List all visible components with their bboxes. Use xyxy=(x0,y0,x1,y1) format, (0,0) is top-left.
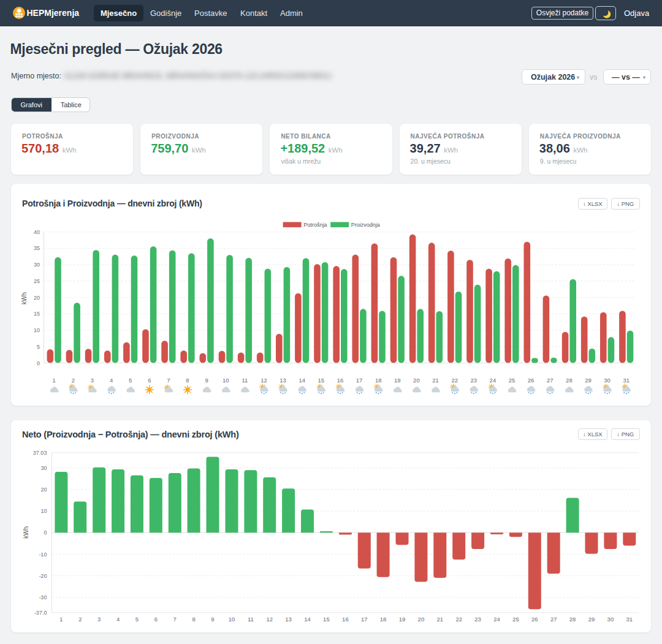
svg-text:29: 29 xyxy=(585,377,592,384)
svg-text:kWh: kWh xyxy=(23,526,29,539)
svg-text:8: 8 xyxy=(192,616,195,623)
svg-text:5: 5 xyxy=(135,616,139,623)
svg-text:20: 20 xyxy=(418,616,425,623)
svg-text:25: 25 xyxy=(512,616,519,623)
svg-text:35: 35 xyxy=(34,245,40,251)
svg-text:19: 19 xyxy=(399,616,406,623)
svg-text:26: 26 xyxy=(531,616,538,623)
svg-text:29: 29 xyxy=(588,616,595,623)
svg-text:12: 12 xyxy=(267,616,273,623)
svg-text:17: 17 xyxy=(356,377,363,384)
svg-text:16: 16 xyxy=(342,616,349,623)
svg-text:10: 10 xyxy=(223,377,229,384)
svg-text:11: 11 xyxy=(242,377,248,384)
svg-text:-10: -10 xyxy=(39,551,47,558)
svg-text:-20: -20 xyxy=(39,573,47,579)
svg-text:20: 20 xyxy=(413,377,420,384)
svg-text:9: 9 xyxy=(211,616,214,623)
svg-text:31: 31 xyxy=(626,616,633,623)
svg-text:-37.0: -37.0 xyxy=(34,610,47,616)
svg-text:14: 14 xyxy=(299,377,305,384)
svg-text:11: 11 xyxy=(248,616,254,623)
svg-text:0: 0 xyxy=(37,360,40,366)
svg-text:22: 22 xyxy=(451,377,458,384)
svg-text:3: 3 xyxy=(97,616,101,623)
svg-text:Proizvodnja: Proizvodnja xyxy=(351,222,380,228)
svg-text:14: 14 xyxy=(304,616,311,623)
svg-text:7: 7 xyxy=(167,377,170,384)
svg-text:24: 24 xyxy=(493,616,500,623)
svg-text:20: 20 xyxy=(34,295,40,301)
svg-text:30: 30 xyxy=(40,465,47,471)
svg-text:12: 12 xyxy=(261,377,267,384)
svg-text:23: 23 xyxy=(471,377,477,384)
svg-text:40: 40 xyxy=(34,229,40,235)
svg-text:28: 28 xyxy=(566,377,573,384)
svg-text:13: 13 xyxy=(285,616,292,623)
svg-text:30: 30 xyxy=(34,262,40,268)
svg-text:25: 25 xyxy=(34,278,40,284)
svg-text:5: 5 xyxy=(129,377,132,384)
svg-text:5: 5 xyxy=(37,344,40,350)
svg-text:2: 2 xyxy=(78,616,82,623)
svg-text:6: 6 xyxy=(154,616,158,623)
svg-text:16: 16 xyxy=(337,377,344,384)
svg-text:27: 27 xyxy=(547,377,554,384)
svg-text:13: 13 xyxy=(280,377,286,384)
svg-text:20: 20 xyxy=(40,487,47,493)
svg-text:0: 0 xyxy=(44,529,47,536)
svg-text:kWh: kWh xyxy=(21,292,28,305)
svg-text:28: 28 xyxy=(569,616,576,623)
svg-text:6: 6 xyxy=(148,377,151,384)
svg-text:19: 19 xyxy=(394,377,401,384)
svg-text:9: 9 xyxy=(205,377,208,384)
svg-text:17: 17 xyxy=(361,616,368,623)
svg-text:30: 30 xyxy=(607,616,614,623)
svg-text:10: 10 xyxy=(229,616,235,623)
svg-text:15: 15 xyxy=(34,311,40,317)
svg-text:8: 8 xyxy=(186,377,189,384)
svg-text:2: 2 xyxy=(72,377,75,384)
svg-text:26: 26 xyxy=(528,377,535,384)
svg-text:10: 10 xyxy=(34,327,40,333)
svg-text:3: 3 xyxy=(91,377,94,384)
svg-text:4: 4 xyxy=(110,377,113,384)
svg-text:7: 7 xyxy=(173,616,177,623)
svg-text:25: 25 xyxy=(509,377,516,384)
svg-text:27: 27 xyxy=(550,616,557,623)
svg-text:1: 1 xyxy=(53,377,56,384)
svg-text:22: 22 xyxy=(456,616,463,623)
svg-text:Potrošnja: Potrošnja xyxy=(304,222,327,228)
svg-text:31: 31 xyxy=(623,377,630,384)
svg-text:1: 1 xyxy=(59,616,63,623)
svg-text:10: 10 xyxy=(40,508,47,514)
svg-text:15: 15 xyxy=(318,377,325,384)
svg-text:24: 24 xyxy=(490,377,496,384)
svg-text:18: 18 xyxy=(380,616,387,623)
svg-text:21: 21 xyxy=(432,377,439,384)
svg-text:4: 4 xyxy=(116,616,120,623)
svg-text:30: 30 xyxy=(604,377,611,384)
svg-text:18: 18 xyxy=(375,377,382,384)
svg-text:21: 21 xyxy=(437,616,444,623)
svg-text:-30: -30 xyxy=(39,594,47,600)
svg-text:37.03: 37.03 xyxy=(33,450,47,456)
svg-text:23: 23 xyxy=(474,616,481,623)
svg-text:15: 15 xyxy=(323,616,330,623)
